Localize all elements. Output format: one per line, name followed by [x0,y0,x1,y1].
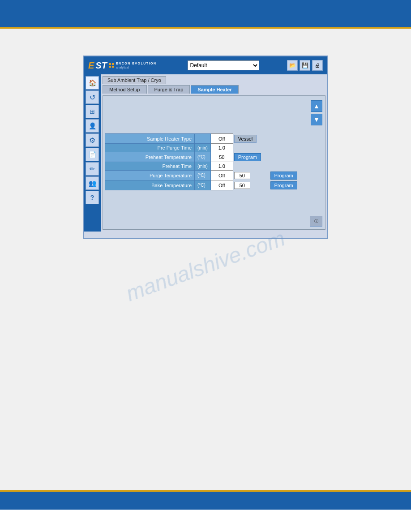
param-unit-bake-temperature: (°C) [195,180,211,190]
tab-method-setup[interactable]: Method Setup [103,85,147,94]
bottom-space [0,244,411,490]
param-value-purge-temperature-50[interactable]: 50 [234,172,250,179]
breadcrumb[interactable]: Sub Ambient Trap / Cryo [103,76,166,84]
program-purge-temperature-button[interactable]: Program [270,172,297,180]
program-bake-temperature-button[interactable]: Program [270,181,297,189]
arrow-down-icon: ▼ [313,116,320,123]
param-label-bake-temperature: Bake Temperature [105,180,195,190]
content-panel: Sub Ambient Trap / Cryo Method Setup Pur… [101,74,327,232]
top-bar [0,0,411,27]
param-program-btn-bake-temp: Program [270,180,305,190]
app-body: 🏠 ↺ ⊞ 👤 ⚙ 📄 ✏ [84,74,327,232]
sidebar-item-help[interactable]: ? [86,191,99,204]
sidebar-item-home[interactable]: 🏠 [86,76,99,90]
table-row: Pre Purge Time (min) 1.0 [105,144,305,152]
tab-purge-trap[interactable]: Purge & Trap [148,85,190,94]
param-no-btn-1 [233,144,269,152]
open-icon: 📂 [289,62,296,69]
param-value-sample-heater-type-off[interactable]: Off [210,134,233,144]
program-preheat-temperature-button[interactable]: Program [234,153,261,161]
param-label-preheat-temperature: Preheat Temperature [105,152,195,162]
param-label-pre-purge-time: Pre Purge Time [105,144,195,152]
param-unit-pre-purge-time: (min) [195,144,211,152]
param-label-sample-heater-type: Sample Heater Type [105,134,195,144]
bottom-bar [0,492,411,510]
arrow-buttons: ▲ ▼ [311,100,322,125]
settings-icon: ⚙ [89,136,95,145]
bottom-icon-area: ⓘ [310,216,322,227]
edit-icon: ✏ [90,165,95,172]
param-program-btn-preheat-temp: Program [233,152,269,162]
param-unit-preheat-time: (min) [195,162,211,171]
info-icon[interactable]: ⓘ [310,216,322,227]
tab-sample-heater[interactable]: Sample Heater [191,85,238,94]
logo-analytical: analytical [116,66,157,69]
sidebar: 🏠 ↺ ⊞ 👤 ⚙ 📄 ✏ [84,74,101,232]
vessel-button[interactable]: Vessel [234,135,257,143]
param-unit-purge-temperature: (°C) [195,171,211,180]
param-label-preheat-time: Preheat Time [105,162,195,171]
parameters-table: Sample Heater Type Off Vessel Pre Purge … [105,133,305,190]
param-vessel-btn: Vessel [233,134,269,144]
sidebar-item-group[interactable]: 👥 [86,176,99,190]
app-header: EST ENCON EVOLUTION [84,56,327,74]
group-icon: 👥 [89,180,96,187]
home-icon: 🏠 [89,79,96,86]
open-button[interactable]: 📂 [287,60,298,71]
refresh-icon: ↺ [90,93,95,102]
print-icon: 🖨 [315,62,320,69]
sidebar-item-refresh[interactable]: ↺ [86,90,99,104]
arrow-up-icon: ▲ [313,103,320,110]
table-row: Sample Heater Type Off Vessel [105,134,305,144]
panel-area: ▲ ▼ Sample Heater Type [103,95,325,230]
profile-dropdown-container: Default [188,60,259,70]
docs-icon: 📄 [89,151,96,158]
scroll-up-button[interactable]: ▲ [311,100,322,112]
table-row: Bake Temperature (°C) Off 50 Program [105,180,305,190]
param-unit-preheat-temperature: (°C) [195,152,211,162]
sidebar-item-docs[interactable]: 📄 [86,148,99,161]
table-row: Purge Temperature (°C) Off 50 Program [105,171,305,180]
param-value-preheat-time[interactable]: 1.0 [210,162,233,171]
main-content: EST ENCON EVOLUTION [0,51,411,244]
sidebar-item-grid[interactable]: ⊞ [86,105,99,118]
save-button[interactable]: 💾 [300,60,310,71]
tab-row: Method Setup Purge & Trap Sample Heater [103,85,325,94]
help-icon: ? [90,194,94,201]
profile-dropdown[interactable]: Default [188,60,259,70]
param-program-btn-purge-temp: Program [270,171,305,180]
param-value-pre-purge-time[interactable]: 1.0 [210,144,233,152]
param-value-bake-temperature-50[interactable]: 50 [234,182,250,189]
table-row: Preheat Temperature (°C) 50 Program [105,152,305,162]
user-icon: 👤 [89,122,96,129]
app-window: EST ENCON EVOLUTION [83,56,328,239]
param-bake-temp-value2-cell: 50 [233,180,269,190]
param-value-purge-temperature-off[interactable]: Off [210,171,233,180]
info-symbol: ⓘ [314,219,318,224]
sidebar-item-settings[interactable]: ⚙ [86,133,99,147]
sidebar-item-user[interactable]: 👤 [86,119,99,133]
logo-area: EST ENCON EVOLUTION [88,60,156,71]
top-white-space [0,29,411,51]
logo-st: ST [95,60,107,71]
sidebar-item-edit[interactable]: ✏ [86,162,99,176]
grid-icon: ⊞ [90,108,95,115]
scroll-down-button[interactable]: ▼ [311,114,322,125]
param-label-purge-temperature: Purge Temperature [105,171,195,180]
param-purge-temp-value2-cell: 50 [233,171,269,180]
header-icons: 📂 💾 🖨 [287,60,323,71]
save-icon: 💾 [302,62,308,69]
param-value-bake-temperature-off[interactable]: Off [210,180,233,190]
print-button[interactable]: 🖨 [312,60,323,71]
table-row: Preheat Time (min) 1.0 [105,162,305,171]
logo-encon: ENCON EVOLUTION [116,62,157,65]
param-value-preheat-temperature[interactable]: 50 [210,152,233,162]
param-no-btn-2 [233,162,269,171]
breadcrumb-area: Sub Ambient Trap / Cryo [103,76,325,84]
param-unit-sample-heater-type [195,134,211,144]
logo-est: E [88,60,94,71]
